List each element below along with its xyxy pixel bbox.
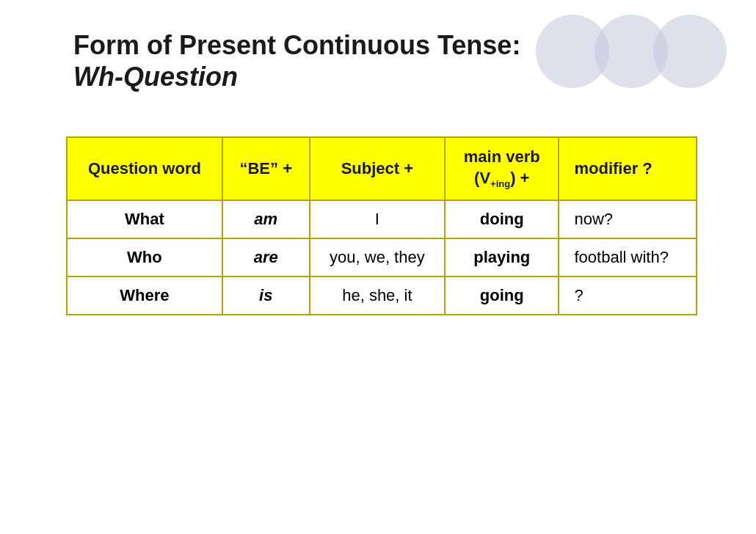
cell-be-1: am — [222, 200, 310, 238]
main-verb-label-line1: main verb — [464, 147, 540, 166]
cell-subject-1: I — [310, 200, 445, 238]
table-row: What am I doing now? — [67, 200, 697, 238]
cell-be-3: is — [222, 277, 310, 315]
cell-main-verb-3: going — [445, 277, 559, 315]
col-subject-header: Subject + — [310, 137, 445, 200]
title-line2: Wh-Question — [73, 61, 683, 92]
grammar-table: Question word “BE” + Subject + main verb… — [66, 136, 697, 315]
cell-main-verb-1: doing — [445, 200, 559, 238]
table-row: Where is he, she, it going ? — [67, 277, 697, 315]
main-verb-label-v: (V — [474, 169, 490, 187]
col-main-verb-header: main verb (V+ing) + — [445, 137, 559, 200]
cell-subject-2: you, we, they — [310, 238, 445, 277]
cell-modifier-2: football with? — [559, 238, 697, 277]
table-row: Who are you, we, they playing football w… — [67, 238, 697, 277]
col-modifier-header: modifier ? — [559, 137, 697, 200]
col-be-header: “BE” + — [222, 137, 310, 200]
page-container: Form of Present Continuous Tense: Wh-Que… — [0, 0, 756, 534]
cell-question-word-1: What — [67, 200, 222, 238]
table-header-row: Question word “BE” + Subject + main verb… — [67, 137, 697, 200]
col-question-word-header: Question word — [67, 137, 222, 200]
main-verb-sub: +ing — [490, 178, 510, 189]
cell-modifier-1: now? — [559, 200, 697, 238]
main-verb-label-close: ) + — [510, 169, 529, 187]
cell-subject-3: he, she, it — [310, 277, 445, 315]
cell-question-word-3: Where — [67, 277, 222, 315]
table-container: Question word “BE” + Subject + main verb… — [0, 107, 756, 315]
header: Form of Present Continuous Tense: Wh-Que… — [0, 0, 756, 92]
cell-question-word-2: Who — [67, 238, 222, 277]
cell-main-verb-2: playing — [445, 238, 559, 277]
title-line1: Form of Present Continuous Tense: — [73, 29, 683, 61]
cell-be-2: are — [222, 238, 310, 277]
cell-modifier-3: ? — [559, 277, 697, 315]
